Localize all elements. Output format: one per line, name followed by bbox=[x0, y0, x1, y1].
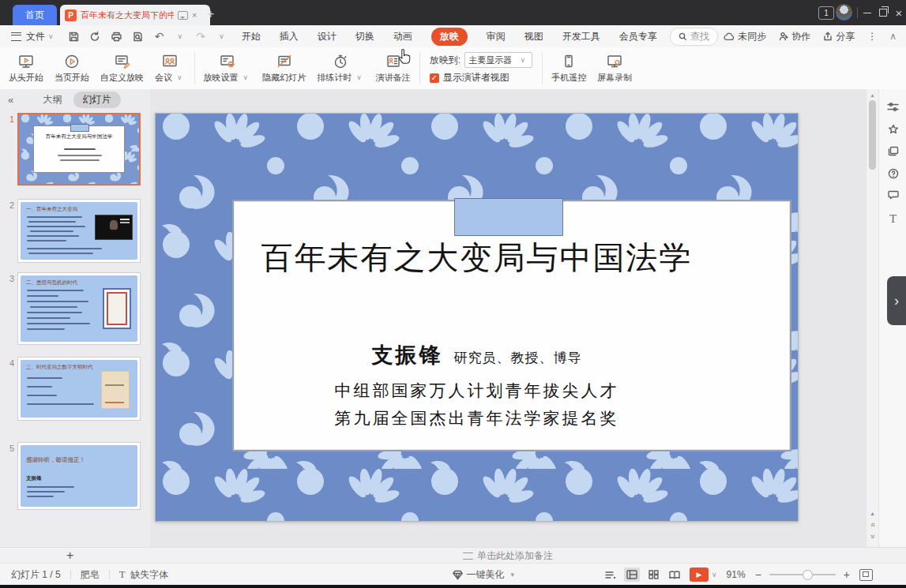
normal-view-button[interactable] bbox=[624, 567, 640, 582]
tab-member[interactable]: 会员专享 bbox=[619, 30, 657, 43]
play-current-button[interactable]: 当页开始 bbox=[49, 47, 95, 89]
quickbar-more-icon[interactable]: ∨ bbox=[219, 32, 224, 40]
collapse-ribbon-icon[interactable]: ∧ bbox=[889, 31, 897, 42]
missing-font-icon: T bbox=[119, 568, 126, 580]
scroll-tick-icon[interactable]: ▴ bbox=[867, 511, 878, 517]
restore-button[interactable] bbox=[877, 7, 889, 18]
window-count-badge[interactable]: 1 bbox=[818, 6, 834, 20]
slideshow-play-button[interactable]: ▶ bbox=[690, 567, 709, 582]
vertical-scrollbar[interactable]: ▴ ▴ « « bbox=[866, 89, 878, 547]
slide-author-row[interactable]: 支振锋 研究员、教授、博导 bbox=[156, 341, 798, 369]
home-tab[interactable]: 首页 bbox=[13, 5, 57, 25]
scrollbar-thumb[interactable] bbox=[869, 100, 876, 170]
tab-transition[interactable]: 切换 bbox=[355, 30, 374, 43]
share-button[interactable]: 分享 bbox=[823, 30, 855, 43]
play-caret-icon[interactable]: ∨ bbox=[712, 571, 717, 579]
collapse-panel-icon[interactable]: « bbox=[8, 94, 13, 106]
notes-toggle-icon[interactable] bbox=[603, 567, 618, 582]
phone-remote-button[interactable]: 手机遥控 bbox=[546, 47, 592, 89]
theme-help-icon[interactable] bbox=[879, 168, 906, 179]
undo-icon[interactable]: ↶ bbox=[153, 30, 166, 43]
expand-panel-tab[interactable]: › bbox=[887, 276, 906, 325]
more-menu-icon[interactable]: ⋮ bbox=[867, 31, 877, 42]
slide-thumbnail-3[interactable]: 二、思想与危机的时代 bbox=[17, 272, 141, 345]
document-tab[interactable]: P 百年未有之大变局下的中国法学 × bbox=[60, 5, 210, 25]
file-menu[interactable]: 文件 bbox=[26, 30, 45, 43]
tab-insert[interactable]: 插入 bbox=[280, 30, 299, 43]
zoom-out-button[interactable]: − bbox=[755, 568, 761, 581]
add-slide-button[interactable]: + bbox=[66, 548, 73, 564]
search-box[interactable]: 查找 bbox=[670, 28, 718, 46]
tab-review[interactable]: 审阅 bbox=[487, 30, 506, 43]
one-click-beautify-button[interactable]: 一键美化 ▾ bbox=[453, 568, 517, 582]
tab-design[interactable]: 设计 bbox=[318, 30, 336, 43]
tools-group: 手机遥控 屏幕录制 bbox=[546, 47, 637, 89]
slide-sorter-view-button[interactable] bbox=[645, 567, 661, 582]
screen-record-button[interactable]: 屏幕录制 bbox=[592, 47, 637, 89]
reading-view-button[interactable] bbox=[667, 567, 682, 582]
current-slide[interactable]: 百年未有之大变局与中国法学 支振锋 研究员、教授、博导 中组部国家万人计划青年拔… bbox=[155, 113, 799, 522]
presenter-view-checkbox[interactable]: ✓ bbox=[430, 73, 439, 83]
play-from-start-button[interactable]: 从头开始 bbox=[3, 47, 49, 89]
tab-outline[interactable]: 大纲 bbox=[43, 93, 62, 107]
video-thumbnail bbox=[95, 215, 133, 240]
rehearse-timing-button[interactable]: 排练计时∨ bbox=[311, 47, 370, 89]
print-icon[interactable] bbox=[111, 30, 123, 43]
zoom-percent[interactable]: 91% bbox=[727, 569, 746, 580]
tab-animation[interactable]: 动画 bbox=[393, 30, 412, 43]
tab-home[interactable]: 开始 bbox=[242, 30, 261, 43]
slide-thumbnail-1[interactable]: 百年未有之大变局与中国法学 bbox=[17, 113, 141, 185]
redo-icon[interactable]: ↷ bbox=[194, 30, 207, 43]
tab-slides[interactable]: 幻灯片 bbox=[73, 92, 121, 108]
text-tool-icon[interactable]: T bbox=[879, 212, 906, 226]
properties-sliders-icon[interactable] bbox=[879, 102, 906, 112]
tab-devtools[interactable]: 开发工具 bbox=[562, 30, 600, 43]
zoom-in-button[interactable]: + bbox=[844, 568, 850, 581]
new-tab-button[interactable]: + bbox=[207, 5, 214, 24]
fit-to-window-button[interactable] bbox=[859, 569, 873, 581]
undo-caret-icon[interactable]: ∨ bbox=[178, 32, 183, 40]
missing-font-indicator[interactable]: T 缺失字体 bbox=[119, 568, 168, 582]
animation-star-icon[interactable] bbox=[879, 124, 906, 135]
menu-icon[interactable] bbox=[11, 32, 21, 41]
file-menu-caret-icon[interactable]: ∨ bbox=[48, 32, 54, 40]
credential-line-1[interactable]: 中组部国家万人计划青年拔尖人才 bbox=[156, 380, 798, 402]
restore-icon bbox=[879, 9, 887, 17]
slide-title[interactable]: 百年未有之大变局与中国法学 bbox=[156, 236, 798, 279]
slide-thumbnail-2[interactable]: 一、百年未有之大变局 bbox=[17, 199, 141, 263]
scroll-up-icon[interactable]: ▴ bbox=[867, 92, 878, 99]
rehearse-timing-icon bbox=[332, 54, 349, 69]
author-name: 支振锋 bbox=[372, 343, 443, 367]
previous-slide-button[interactable]: « bbox=[867, 522, 878, 529]
tab-slideshow[interactable]: 放映 bbox=[431, 28, 468, 46]
close-button[interactable]: × bbox=[893, 7, 905, 18]
sync-status[interactable]: 未同步 bbox=[724, 30, 766, 43]
layout-layers-icon[interactable] bbox=[879, 146, 906, 156]
next-slide-button[interactable]: « bbox=[867, 534, 878, 541]
meeting-button[interactable]: 会议∨ bbox=[149, 47, 191, 89]
tab-view[interactable]: 视图 bbox=[524, 30, 543, 43]
show-settings-button[interactable]: 放映设置∨ bbox=[198, 47, 258, 89]
export-pdf-icon[interactable] bbox=[89, 30, 102, 43]
collaborate-button[interactable]: 协作 bbox=[779, 30, 810, 43]
menubar-right-actions: 未同步 协作 分享 ⋮ ∧ bbox=[724, 30, 906, 43]
comment-panel-icon[interactable] bbox=[879, 190, 906, 200]
custom-show-button[interactable]: 自定义放映 bbox=[95, 47, 149, 89]
workspace: « 大纲 幻灯片 1 百年未有之大变局与中国法学 2 bbox=[0, 89, 906, 547]
print-preview-icon[interactable] bbox=[132, 30, 145, 43]
theme-name[interactable]: 肥皂 bbox=[81, 568, 100, 582]
panel-header: « 大纲 幻灯片 bbox=[0, 89, 150, 110]
close-tab-icon[interactable]: × bbox=[192, 10, 197, 20]
credential-line-2[interactable]: 第九届全国杰出青年法学家提名奖 bbox=[156, 407, 798, 429]
zoom-slider-knob[interactable] bbox=[803, 570, 813, 580]
slide-thumbnail-4[interactable]: 三、时代变局之数字文明时代 bbox=[17, 357, 141, 421]
display-monitor-dropdown[interactable]: 主要显示器 ∨ bbox=[464, 52, 532, 68]
user-avatar[interactable] bbox=[836, 4, 852, 21]
comment-bubble-icon[interactable] bbox=[178, 11, 188, 20]
notes-placeholder-area[interactable]: 单击此处添加备注 bbox=[150, 548, 866, 564]
save-icon[interactable] bbox=[68, 30, 81, 43]
zoom-slider[interactable] bbox=[769, 574, 836, 575]
slide-thumbnail-5[interactable]: 感谢聆听，敬请指正！ 支振锋 bbox=[17, 442, 141, 510]
hide-slide-button[interactable]: 隐藏幻灯片 bbox=[257, 47, 311, 89]
minimize-button[interactable] bbox=[861, 7, 874, 18]
